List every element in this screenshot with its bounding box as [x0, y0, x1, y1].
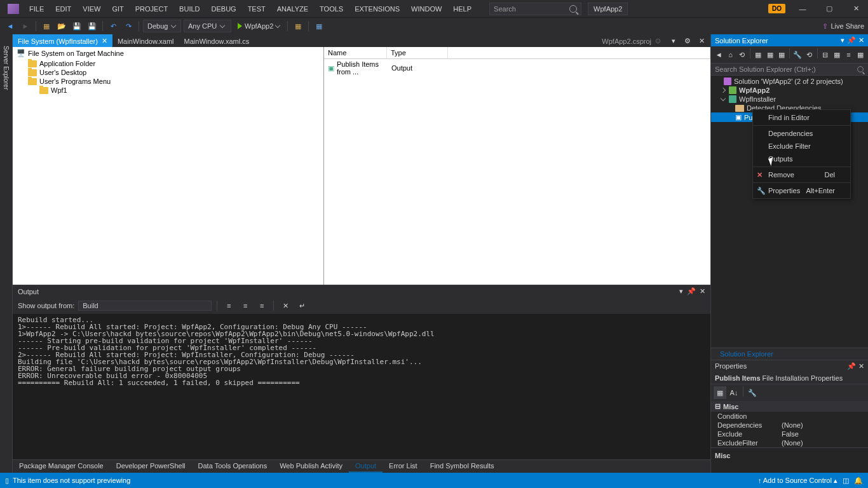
tab-pmc[interactable]: Package Manager Console	[13, 460, 110, 473]
output-wrap-icon[interactable]: ↵	[295, 299, 308, 312]
add-source-control[interactable]: ↑ Add to Source Control ▴	[758, 477, 837, 485]
nav-back-button[interactable]: ◄	[4, 20, 17, 32]
menu-window[interactable]: WINDOW	[406, 3, 447, 15]
sln-tb-collapse[interactable]: ⊟	[820, 48, 830, 61]
fs-app-folder[interactable]: Application Folder	[13, 59, 323, 68]
close-button[interactable]: ✕	[846, 3, 865, 15]
menu-view[interactable]: VIEW	[78, 3, 105, 15]
menu-edit[interactable]: EDIT	[50, 3, 76, 15]
prop-dependencies[interactable]: Dependencies(None)	[711, 421, 868, 430]
open-file-button[interactable]: 📂	[55, 20, 68, 32]
props-categorized-icon[interactable]: ▦	[714, 386, 726, 399]
tab-web-publish[interactable]: Web Publish Activity	[273, 460, 349, 473]
fs-programs-folder[interactable]: User's Programs Menu	[13, 77, 323, 86]
status-notifications-icon[interactable]: ◫	[843, 477, 849, 485]
tab-close-all-icon[interactable]: ✕	[695, 34, 708, 47]
tab-dropdown-icon[interactable]: ▾	[667, 34, 680, 47]
sln-tb-2[interactable]: ▦	[764, 48, 775, 61]
output-tb-2[interactable]: ≡	[239, 299, 252, 312]
ctx-find-in-editor[interactable]: Find in Editor	[753, 111, 850, 124]
tab-error-list[interactable]: Error List	[383, 460, 424, 473]
menu-tools[interactable]: TOOLS	[315, 3, 348, 15]
sln-tb-1[interactable]: ▦	[753, 48, 763, 61]
tab-close-icon[interactable]: ✕	[102, 37, 107, 45]
sln-footer-tab[interactable]: Solution Explorer	[715, 350, 778, 358]
menu-project[interactable]: PROJECT	[130, 3, 173, 15]
ctx-dependencies[interactable]: Dependencies	[753, 127, 850, 140]
menu-test[interactable]: TEST	[243, 3, 271, 15]
sln-tb-3[interactable]: ▦	[776, 48, 787, 61]
ctx-exclude-filter[interactable]: Exclude Filter	[753, 140, 850, 152]
sln-tb-refresh[interactable]: ⟲	[804, 48, 814, 61]
redo-button[interactable]: ↷	[122, 20, 135, 32]
fs-subfolder[interactable]: Wpf1	[13, 86, 323, 95]
platform-dropdown[interactable]: Any CPU	[184, 20, 231, 32]
tab-file-system[interactable]: File System (WpfInstaller) ✕	[13, 34, 112, 47]
undo-button[interactable]: ↶	[107, 20, 119, 32]
new-project-button[interactable]: ▦	[40, 20, 53, 32]
start-debug-button[interactable]: WpfApp2	[234, 20, 283, 32]
sln-tb-wrench[interactable]: 🔧	[792, 48, 803, 61]
save-button[interactable]: 💾	[71, 20, 83, 32]
sln-tb-showall[interactable]: ▦	[832, 48, 842, 61]
props-close-icon[interactable]: ✕	[858, 362, 864, 370]
col-type[interactable]: Type	[387, 47, 448, 58]
sln-proj-wpfapp2[interactable]: WpfApp2	[711, 86, 868, 95]
tab-mainwindow-xaml[interactable]: MainWindow.xaml	[112, 35, 179, 47]
tab-powershell[interactable]: Developer PowerShell	[110, 460, 192, 473]
tab-gear-icon[interactable]: ⚙	[681, 34, 694, 47]
sln-pin-icon[interactable]: 📌	[847, 36, 856, 44]
output-pin-icon[interactable]: 📌	[687, 287, 696, 295]
status-feedback-icon[interactable]: 🔔	[854, 477, 863, 485]
sln-tb-view[interactable]: ▦	[855, 48, 865, 61]
output-close-icon[interactable]: ✕	[700, 287, 705, 295]
sln-dropdown-icon[interactable]: ▾	[841, 36, 844, 44]
minimize-button[interactable]: —	[793, 3, 812, 15]
prop-condition[interactable]: Condition	[711, 412, 868, 421]
props-pin-icon[interactable]: 📌	[847, 362, 856, 370]
prop-excludefilter[interactable]: ExcludeFilter(None)	[711, 438, 868, 447]
list-row[interactable]: ▣ Publish Items from ... Output	[324, 59, 710, 77]
props-object-selector[interactable]: Publish Items File Installation Properti…	[711, 372, 868, 384]
config-dropdown[interactable]: Debug	[143, 20, 181, 32]
prop-exclude[interactable]: ExcludeFalse	[711, 430, 868, 438]
props-alpha-icon[interactable]: A↓	[728, 386, 740, 399]
output-dropdown-icon[interactable]: ▾	[679, 287, 683, 295]
sln-tb-sync[interactable]: ⟲	[737, 48, 747, 61]
sln-tb-home[interactable]: ⌂	[725, 48, 735, 61]
sln-tb-props[interactable]: ≡	[843, 48, 853, 61]
ctx-outputs[interactable]: Outputs	[753, 152, 850, 165]
output-tb-1[interactable]: ≡	[222, 299, 235, 312]
user-badge[interactable]: DO	[768, 4, 785, 13]
tab-output[interactable]: Output	[349, 460, 383, 473]
server-explorer-tab[interactable]: Server Explorer	[1, 41, 11, 95]
fs-desktop-folder[interactable]: User's Desktop	[13, 68, 323, 77]
sln-tb-back[interactable]: ◄	[714, 48, 724, 61]
ctx-properties[interactable]: 🔧 PropertiesAlt+Enter	[753, 184, 850, 197]
tab-find-symbol[interactable]: Find Symbol Results	[424, 460, 501, 473]
toolbar-btn-2[interactable]: ▦	[313, 20, 325, 32]
props-category-misc[interactable]: ⊟Misc	[711, 401, 868, 412]
props-pages-icon[interactable]: 🔧	[746, 386, 759, 399]
output-source-dropdown[interactable]: Build	[78, 301, 212, 311]
tab-csproj[interactable]: WpfApp2.csproj ⊙	[597, 34, 666, 47]
live-share-button[interactable]: Live Share	[831, 22, 864, 30]
menu-file[interactable]: FILE	[24, 3, 49, 15]
ctx-remove[interactable]: ✕ RemoveDel	[753, 168, 850, 181]
sln-search-box[interactable]: Search Solution Explorer (Ctrl+;)	[711, 64, 868, 76]
maximize-button[interactable]: ▢	[820, 3, 839, 15]
menu-help[interactable]: HELP	[448, 3, 477, 15]
col-name[interactable]: Name	[324, 47, 387, 58]
menu-build[interactable]: BUILD	[174, 3, 205, 15]
menu-debug[interactable]: DEBUG	[207, 3, 241, 15]
menu-analyze[interactable]: ANALYZE	[272, 3, 313, 15]
tab-data-tools[interactable]: Data Tools Operations	[192, 460, 274, 473]
sln-close-icon[interactable]: ✕	[858, 36, 864, 44]
output-tb-3[interactable]: ≡	[255, 299, 268, 312]
fs-root[interactable]: 🖥️ File System on Target Machine	[13, 47, 323, 59]
sln-root[interactable]: Solution 'WpfApp2' (2 of 2 projects)	[711, 77, 868, 86]
search-box[interactable]: Search	[489, 3, 581, 15]
toolbar-btn-1[interactable]: ▦	[292, 20, 304, 32]
solution-name-box[interactable]: WpfApp2	[588, 3, 628, 15]
tab-mainwindow-xaml-cs[interactable]: MainWindow.xaml.cs	[179, 35, 255, 47]
